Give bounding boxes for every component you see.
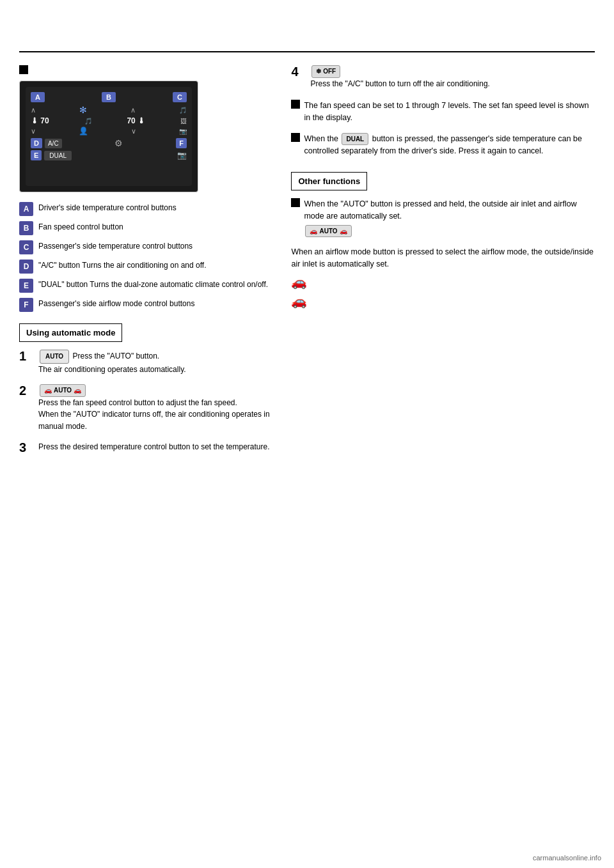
label-box-f: F (19, 298, 33, 312)
auto-fan-label: AUTO (54, 385, 72, 396)
panel-label-e: E (31, 150, 42, 160)
panel-dual-btn: DUAL (44, 151, 72, 160)
step-4-number: 4 (291, 65, 304, 78)
label-text-e: "DUAL" button Turns the dual-zone automa… (38, 279, 268, 290)
step-4-content: ❄ OFF Press the "A/C" button to turn off… (310, 65, 595, 89)
step-2-number: 2 (19, 384, 32, 397)
other-section-2: When an airflow mode button is pressed t… (291, 246, 595, 311)
dual-button-inline[interactable]: DUAL (342, 133, 368, 145)
auto-hold-label: AUTO (319, 226, 337, 236)
right-column: 4 ❄ OFF Press the "A/C" button to turn o… (285, 65, 595, 463)
left-column: A B C ∧ ✻ ∧ 🎵 🌡 70 🎵 70 (19, 65, 285, 463)
auto-section-header-box: Using automatic mode (19, 323, 122, 342)
label-item-a: A Driver's side temperature control butt… (19, 202, 272, 216)
car-icon-2: 🚗 (291, 291, 307, 311)
label-box-c: C (19, 240, 33, 254)
label-item-c: C Passenger's side temperature control b… (19, 240, 272, 254)
car-icon-1: 🚗 (291, 272, 307, 291)
other-functions-header-box: Other functions (291, 172, 367, 190)
panel-label-f: F (176, 138, 187, 148)
step-2: 2 🚗 AUTO 🚗 Press the fan speed control b… (19, 384, 272, 432)
panel-ac-btn: A/C (45, 139, 62, 148)
label-item-e: E "DUAL" button Turns the dual-zone auto… (19, 279, 272, 293)
label-box-b: B (19, 221, 33, 235)
panel-label-c: C (173, 92, 187, 102)
left-section-header (19, 65, 272, 74)
auto-section: Using automatic mode 1 AUTO Press the "A… (19, 323, 272, 454)
auto-fan-button-step2[interactable]: 🚗 AUTO 🚗 (40, 384, 86, 397)
auto-hold-button[interactable]: 🚗 AUTO 🚗 (305, 225, 351, 237)
other-s2-label: When an airflow mode button is pressed t… (291, 247, 593, 268)
fan-section-square (291, 100, 300, 109)
dual-section: When the DUAL button is pressed, the pas… (291, 133, 595, 157)
label-text-d: "A/C" button Turns the air conditioning … (38, 260, 206, 271)
main-content: A B C ∧ ✻ ∧ 🎵 🌡 70 🎵 70 (0, 65, 614, 463)
section-square-icon (19, 65, 28, 74)
step-3-content: Press the desired temperature control bu… (38, 441, 272, 453)
other-s1-label: When the "AUTO" button is pressed and he… (304, 199, 576, 221)
label-item-f: F Passenger's side airflow mode control … (19, 298, 272, 312)
step-3: 3 Press the desired temperature control … (19, 441, 272, 454)
step-1: 1 AUTO Press the "AUTO" button. The air … (19, 350, 272, 375)
step-4: 4 ❄ OFF Press the "A/C" button to turn o… (291, 65, 595, 89)
dual-section-text: When the DUAL button is pressed, the pas… (304, 133, 595, 157)
top-rule (19, 51, 595, 52)
page-container: A B C ∧ ✻ ∧ 🎵 🌡 70 🎵 70 (0, 0, 614, 868)
label-text-c: Passenger's side temperature control but… (38, 240, 193, 252)
label-e-text: "DUAL" button Turns the dual-zone automa… (38, 280, 268, 289)
other-section-2-text: When an airflow mode button is pressed t… (291, 246, 595, 311)
auto-section-title: Using automatic mode (26, 328, 115, 337)
other-section-1-square (291, 198, 300, 207)
step-1-content: AUTO Press the "AUTO" button. The air co… (38, 350, 272, 375)
label-box-a: A (19, 202, 33, 216)
label-item-b: B Fan speed control button (19, 221, 272, 235)
other-section-1-text: When the "AUTO" button is pressed and he… (304, 198, 595, 237)
auto-button-step1[interactable]: AUTO (40, 350, 69, 364)
panel-label-d: D (31, 138, 42, 148)
other-section-1: When the "AUTO" button is pressed and he… (291, 198, 595, 237)
dual-section-square (291, 133, 300, 142)
label-d-text: "A/C" button Turns the air conditioning … (38, 261, 206, 270)
ac-off-button[interactable]: ❄ OFF (311, 65, 340, 78)
label-text-f: Passenger's side airflow mode control bu… (38, 298, 194, 309)
label-text-b: Fan speed control button (38, 221, 123, 233)
footer-url-text: carmanualsonline.info (533, 854, 601, 862)
label-text-a: Driver's side temperature control button… (38, 202, 177, 213)
label-box-d: D (19, 260, 33, 274)
step-1-number: 1 (19, 350, 32, 362)
step-4-text: Press the "A/C" button to turn off the a… (310, 79, 489, 88)
label-box-e: E (19, 279, 33, 293)
fan-speed-section: The fan speed can be set to 1 through 7 … (291, 100, 595, 124)
panel-label-b: B (102, 92, 116, 102)
panel-label-a: A (31, 92, 45, 102)
other-functions-title: Other functions (298, 176, 360, 186)
step-3-number: 3 (19, 441, 32, 454)
other-functions-area: Other functions When the "AUTO" button i… (291, 172, 595, 311)
step-2-content: 🚗 AUTO 🚗 Press the fan speed control but… (38, 384, 272, 432)
fan-speed-text: The fan speed can be set to 1 through 7 … (304, 100, 595, 124)
label-item-d: D "A/C" button Turns the air conditionin… (19, 260, 272, 274)
footer-url: carmanualsonline.info (533, 854, 601, 862)
ac-panel-image: A B C ∧ ✻ ∧ 🎵 🌡 70 🎵 70 (19, 81, 198, 192)
